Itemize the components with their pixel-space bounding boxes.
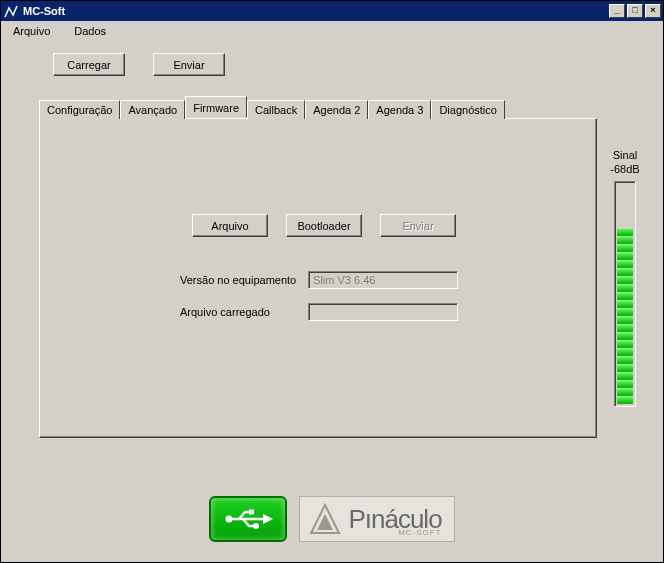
- menu-dados[interactable]: Dados: [68, 23, 112, 39]
- svg-rect-4: [249, 510, 254, 515]
- firmware-file-row: Arquivo carregado: [180, 303, 458, 321]
- tab-diagnostico[interactable]: Diagnóstico: [431, 100, 504, 119]
- tab-callback[interactable]: Callback: [247, 100, 305, 119]
- signal-segment: [617, 293, 633, 300]
- window-title: MC-Soft: [23, 5, 609, 17]
- firmware-panel: Arquivo Bootloader Enviar Versão no equi…: [39, 118, 597, 438]
- signal-bar: [614, 181, 636, 407]
- signal-segment: [617, 237, 633, 244]
- signal-segment: [617, 389, 633, 396]
- signal-segment: [617, 365, 633, 372]
- client-area: Carregar Enviar Configuração Avançado Fi…: [1, 41, 663, 562]
- signal-segment: [617, 357, 633, 364]
- signal-segment: [617, 277, 633, 284]
- firmware-button-row: Arquivo Bootloader Enviar: [192, 214, 456, 237]
- brand-sub: MC-SOFT: [398, 528, 441, 537]
- svg-marker-3: [263, 514, 273, 524]
- signal-meter: Sinal -68dB: [603, 149, 647, 407]
- firmware-enviar-button[interactable]: Enviar: [380, 214, 456, 237]
- app-window: MC-Soft _ □ × Arquivo Dados Carregar Env…: [0, 0, 664, 563]
- svg-point-5: [253, 523, 259, 529]
- signal-segment: [617, 325, 633, 332]
- firmware-version-row: Versão no equipamento: [180, 271, 458, 289]
- tab-firmware[interactable]: Firmware: [185, 96, 247, 118]
- signal-label: Sinal: [603, 149, 647, 161]
- signal-segment: [617, 381, 633, 388]
- firmware-file-label: Arquivo carregado: [180, 306, 300, 318]
- top-button-row: Carregar Enviar: [53, 53, 647, 76]
- tab-agenda2[interactable]: Agenda 2: [305, 100, 368, 119]
- signal-segment: [617, 269, 633, 276]
- usb-status-badge: [209, 496, 287, 542]
- signal-segment: [617, 245, 633, 252]
- signal-segment: [617, 397, 633, 404]
- signal-segment: [617, 309, 633, 316]
- firmware-file-field: [308, 303, 458, 321]
- tabstrip: Configuração Avançado Firmware Callback …: [39, 96, 647, 118]
- tab-configuracao[interactable]: Configuração: [39, 100, 120, 119]
- signal-segment: [617, 317, 633, 324]
- signal-segment: [617, 349, 633, 356]
- enviar-button[interactable]: Enviar: [153, 53, 225, 76]
- menu-arquivo[interactable]: Arquivo: [7, 23, 56, 39]
- signal-segment: [617, 333, 633, 340]
- brand-name: Pınáculo MC-SOFT: [348, 504, 441, 535]
- signal-segment: [617, 301, 633, 308]
- signal-segment: [617, 253, 633, 260]
- signal-segment: [617, 341, 633, 348]
- signal-segment: [617, 229, 633, 236]
- close-button[interactable]: ×: [645, 4, 661, 18]
- firmware-arquivo-button[interactable]: Arquivo: [192, 214, 268, 237]
- firmware-version-label: Versão no equipamento: [180, 274, 300, 286]
- titlebar: MC-Soft _ □ ×: [1, 1, 663, 21]
- firmware-bootloader-button[interactable]: Bootloader: [286, 214, 362, 237]
- carregar-button[interactable]: Carregar: [53, 53, 125, 76]
- usb-icon: [223, 507, 273, 531]
- brand-logo: Pınáculo MC-SOFT: [299, 496, 454, 542]
- footer: Pınáculo MC-SOFT: [1, 496, 663, 542]
- signal-segment: [617, 373, 633, 380]
- signal-segment: [617, 285, 633, 292]
- menubar: Arquivo Dados: [1, 21, 663, 41]
- brand-mark-icon: [308, 502, 342, 536]
- app-icon: [3, 3, 19, 19]
- signal-value: -68dB: [603, 163, 647, 175]
- tab-avancado[interactable]: Avançado: [120, 100, 185, 119]
- minimize-button[interactable]: _: [609, 4, 625, 18]
- signal-segment: [617, 261, 633, 268]
- tab-agenda3[interactable]: Agenda 3: [368, 100, 431, 119]
- maximize-button[interactable]: □: [627, 4, 643, 18]
- firmware-version-field: [308, 271, 458, 289]
